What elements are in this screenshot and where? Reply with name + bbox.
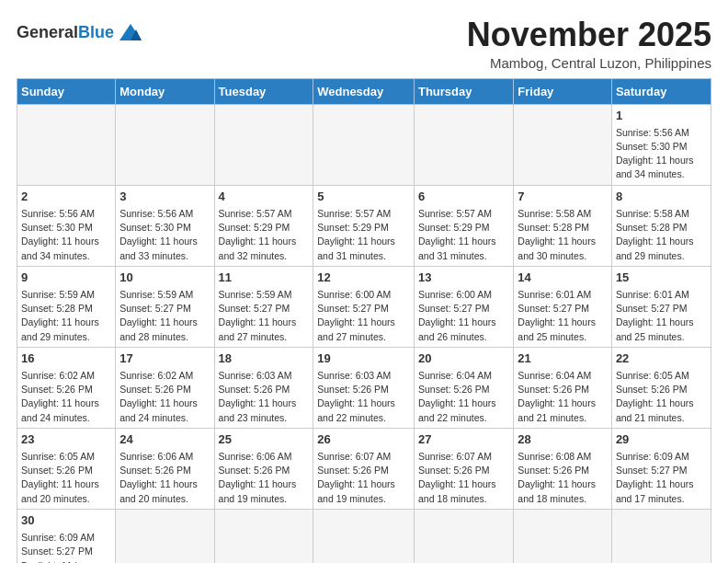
calendar-cell: 30Sunrise: 6:09 AMSunset: 5:27 PMDayligh… [17,509,116,563]
day-info: Sunrise: 6:05 AMSunset: 5:26 PMDaylight:… [21,450,111,506]
col-header-monday: Monday [116,78,214,104]
day-number: 21 [518,350,608,367]
day-number: 18 [219,350,310,367]
calendar-cell: 2Sunrise: 5:56 AMSunset: 5:30 PMDaylight… [17,185,116,266]
calendar-cell: 15Sunrise: 6:01 AMSunset: 5:27 PMDayligh… [611,266,711,347]
calendar-cell [214,509,313,563]
day-number: 5 [317,189,410,205]
day-info: Sunrise: 6:06 AMSunset: 5:26 PMDaylight:… [119,450,210,506]
day-info: Sunrise: 5:56 AMSunset: 5:30 PMDaylight:… [21,207,111,263]
calendar-cell: 1Sunrise: 5:56 AMSunset: 5:30 PMDaylight… [611,104,711,185]
calendar-cell [116,104,214,185]
col-header-friday: Friday [514,78,612,104]
day-info: Sunrise: 5:56 AMSunset: 5:30 PMDaylight:… [616,126,707,182]
calendar-cell: 18Sunrise: 6:03 AMSunset: 5:26 PMDayligh… [214,347,313,428]
day-info: Sunrise: 6:08 AMSunset: 5:26 PMDaylight:… [518,450,608,506]
day-number: 23 [21,431,111,448]
logo-blue-text: Blue [78,24,114,40]
logo: GeneralBlue [17,20,143,40]
calendar-cell [116,509,214,563]
day-number: 24 [119,431,210,448]
calendar-cell: 11Sunrise: 5:59 AMSunset: 5:27 PMDayligh… [214,266,313,347]
page: GeneralBlue November 2025 Mambog, Centra… [0,0,728,563]
day-number: 15 [616,270,707,286]
day-number: 30 [21,512,111,529]
calendar-week-row: 30Sunrise: 6:09 AMSunset: 5:27 PMDayligh… [17,509,711,563]
col-header-tuesday: Tuesday [214,78,313,104]
header: GeneralBlue November 2025 Mambog, Centra… [17,17,711,71]
calendar-cell: 12Sunrise: 6:00 AMSunset: 5:27 PMDayligh… [313,266,415,347]
day-info: Sunrise: 5:58 AMSunset: 5:28 PMDaylight:… [518,207,608,263]
day-number: 14 [518,270,608,286]
day-info: Sunrise: 6:00 AMSunset: 5:27 PMDaylight:… [317,288,410,344]
day-number: 20 [418,350,509,367]
calendar-week-row: 2Sunrise: 5:56 AMSunset: 5:30 PMDaylight… [17,185,711,266]
title-area: November 2025 Mambog, Central Luzon, Phi… [467,17,711,71]
day-info: Sunrise: 6:03 AMSunset: 5:26 PMDaylight:… [219,369,310,425]
day-number: 1 [616,108,707,124]
day-info: Sunrise: 5:59 AMSunset: 5:28 PMDaylight:… [21,288,111,344]
calendar-cell [313,104,415,185]
day-info: Sunrise: 5:59 AMSunset: 5:27 PMDaylight:… [219,288,310,344]
calendar-cell: 24Sunrise: 6:06 AMSunset: 5:26 PMDayligh… [116,428,214,509]
col-header-thursday: Thursday [414,78,513,104]
calendar-cell: 10Sunrise: 5:59 AMSunset: 5:27 PMDayligh… [116,266,214,347]
calendar-header-row: SundayMondayTuesdayWednesdayThursdayFrid… [17,78,711,104]
day-info: Sunrise: 6:09 AMSunset: 5:27 PMDaylight:… [21,531,111,563]
day-info: Sunrise: 6:02 AMSunset: 5:26 PMDaylight:… [119,369,210,425]
day-number: 4 [219,189,310,205]
day-info: Sunrise: 5:57 AMSunset: 5:29 PMDaylight:… [219,207,310,263]
day-number: 27 [418,431,509,448]
calendar-cell: 9Sunrise: 5:59 AMSunset: 5:28 PMDaylight… [17,266,116,347]
calendar-cell [17,104,116,185]
calendar-cell: 20Sunrise: 6:04 AMSunset: 5:26 PMDayligh… [414,347,513,428]
calendar-week-row: 16Sunrise: 6:02 AMSunset: 5:26 PMDayligh… [17,347,711,428]
calendar-week-row: 1Sunrise: 5:56 AMSunset: 5:30 PMDaylight… [17,104,711,185]
calendar-cell [313,509,415,563]
calendar-cell: 7Sunrise: 5:58 AMSunset: 5:28 PMDaylight… [514,185,612,266]
day-info: Sunrise: 6:05 AMSunset: 5:26 PMDaylight:… [616,369,707,425]
day-number: 19 [317,350,410,367]
day-number: 17 [119,350,210,367]
day-info: Sunrise: 6:06 AMSunset: 5:26 PMDaylight:… [219,450,310,506]
calendar-cell: 16Sunrise: 6:02 AMSunset: 5:26 PMDayligh… [17,347,116,428]
calendar-cell: 19Sunrise: 6:03 AMSunset: 5:26 PMDayligh… [313,347,415,428]
day-number: 26 [317,431,410,448]
day-info: Sunrise: 5:57 AMSunset: 5:29 PMDaylight:… [317,207,410,263]
day-info: Sunrise: 6:01 AMSunset: 5:27 PMDaylight:… [518,288,608,344]
calendar-cell: 8Sunrise: 5:58 AMSunset: 5:28 PMDaylight… [611,185,711,266]
calendar-cell: 13Sunrise: 6:00 AMSunset: 5:27 PMDayligh… [414,266,513,347]
day-info: Sunrise: 5:59 AMSunset: 5:27 PMDaylight:… [119,288,210,344]
calendar-cell: 6Sunrise: 5:57 AMSunset: 5:29 PMDaylight… [414,185,513,266]
day-number: 6 [418,189,509,205]
day-info: Sunrise: 6:04 AMSunset: 5:26 PMDaylight:… [518,369,608,425]
day-info: Sunrise: 6:00 AMSunset: 5:27 PMDaylight:… [418,288,509,344]
day-number: 25 [219,431,310,448]
day-info: Sunrise: 6:01 AMSunset: 5:27 PMDaylight:… [616,288,707,344]
day-info: Sunrise: 6:09 AMSunset: 5:27 PMDaylight:… [616,450,707,506]
day-info: Sunrise: 5:56 AMSunset: 5:30 PMDaylight:… [119,207,210,263]
calendar-cell: 3Sunrise: 5:56 AMSunset: 5:30 PMDaylight… [116,185,214,266]
calendar-week-row: 23Sunrise: 6:05 AMSunset: 5:26 PMDayligh… [17,428,711,509]
day-info: Sunrise: 5:58 AMSunset: 5:28 PMDaylight:… [616,207,707,263]
day-info: Sunrise: 6:07 AMSunset: 5:26 PMDaylight:… [317,450,410,506]
col-header-wednesday: Wednesday [313,78,415,104]
day-number: 22 [616,350,707,367]
calendar-cell: 4Sunrise: 5:57 AMSunset: 5:29 PMDaylight… [214,185,313,266]
calendar-cell [414,509,513,563]
day-info: Sunrise: 5:57 AMSunset: 5:29 PMDaylight:… [418,207,509,263]
calendar-cell: 17Sunrise: 6:02 AMSunset: 5:26 PMDayligh… [116,347,214,428]
logo-icon [118,22,143,42]
col-header-sunday: Sunday [17,78,116,104]
logo-general-text: General [17,24,78,40]
calendar-cell: 28Sunrise: 6:08 AMSunset: 5:26 PMDayligh… [514,428,612,509]
calendar-cell: 14Sunrise: 6:01 AMSunset: 5:27 PMDayligh… [514,266,612,347]
day-number: 9 [21,270,111,286]
calendar-cell: 23Sunrise: 6:05 AMSunset: 5:26 PMDayligh… [17,428,116,509]
col-header-saturday: Saturday [611,78,711,104]
calendar-cell [214,104,313,185]
day-number: 16 [21,350,111,367]
calendar-cell: 25Sunrise: 6:06 AMSunset: 5:26 PMDayligh… [214,428,313,509]
day-number: 7 [518,189,608,205]
day-number: 10 [119,270,210,286]
